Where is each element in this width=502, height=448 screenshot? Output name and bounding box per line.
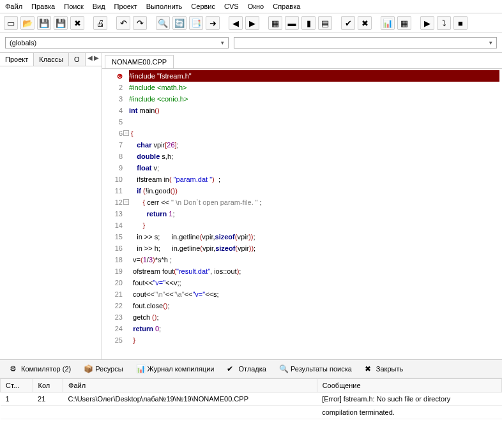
folder-open-button[interactable]: 📂 xyxy=(20,16,34,30)
cell: 1 xyxy=(1,392,33,406)
side-tab[interactable]: Классы xyxy=(34,53,69,66)
column-header[interactable]: Ст... xyxy=(1,379,33,392)
menu-item[interactable]: Вид xyxy=(93,3,105,10)
code-lines[interactable]: #include "fstream.h"#include <math.h>#in… xyxy=(126,69,502,359)
code-line[interactable]: } xyxy=(129,220,499,231)
menu-item[interactable]: Выполнить xyxy=(146,3,182,10)
grid-button[interactable]: ▦ xyxy=(397,16,411,30)
symbol-combo[interactable]: ▾ xyxy=(234,37,497,49)
line-number: 23 xyxy=(103,311,123,323)
tile-v-button[interactable]: ▮ xyxy=(301,16,316,30)
cascade-button[interactable]: ▤ xyxy=(318,16,332,30)
table-row[interactable]: 121C:\Users\Олег\Desktop\лаба№19\№19\NON… xyxy=(1,392,502,406)
bottom-tab[interactable]: 🔍Результаты поиска xyxy=(273,362,358,375)
code-line[interactable]: { cerr << " \n Don`t open param-file. " … xyxy=(129,197,499,208)
replace-button[interactable]: 🔄 xyxy=(172,16,186,30)
tab-icon: 🔍 xyxy=(279,364,288,373)
code-line[interactable]: char vpir[26]; xyxy=(129,139,499,151)
code-line[interactable]: fout.close(); xyxy=(129,300,499,311)
side-nav-arrows[interactable]: ◀ ▶ xyxy=(86,53,102,66)
code-line[interactable]: getch (); xyxy=(129,311,499,323)
find-in-files-button[interactable]: 📑 xyxy=(189,16,203,30)
main-area: ПроектКлассыО◀ ▶ NONAME00.CPP ⊗23456−789… xyxy=(0,53,502,359)
side-tab[interactable]: Проект xyxy=(0,53,34,66)
bottom-tab[interactable]: ⚙Компилятор (2) xyxy=(4,362,77,375)
code-line[interactable]: } xyxy=(129,334,499,346)
tab-label: Журнал компиляции xyxy=(148,365,215,373)
menu-item[interactable]: Файл xyxy=(5,3,22,10)
code-line[interactable]: #include "fstream.h" xyxy=(129,70,499,82)
step-button[interactable]: ⤵ xyxy=(437,16,451,30)
file-new-button[interactable]: ▭ xyxy=(4,16,18,30)
line-number: 21 xyxy=(103,288,123,300)
line-number: 25 xyxy=(103,334,123,346)
scope-combo[interactable]: (globals) ▾ xyxy=(5,37,229,49)
tab-label: Компилятор (2) xyxy=(21,365,71,373)
code-line[interactable]: float v; xyxy=(129,162,499,174)
menu-item[interactable]: CVS xyxy=(224,3,239,10)
line-number: 11 xyxy=(103,185,123,197)
check-button[interactable]: ✔ xyxy=(341,16,355,30)
column-header[interactable]: Сообщение xyxy=(317,379,501,392)
line-number: 19 xyxy=(103,265,123,277)
tab-label: Ресурсы xyxy=(95,365,123,373)
combo-row: (globals) ▾ ▾ xyxy=(0,33,502,53)
menu-item[interactable]: Правка xyxy=(31,3,55,10)
bottom-tab[interactable]: 📦Ресурсы xyxy=(78,362,128,375)
undo-button[interactable]: ↶ xyxy=(116,16,130,30)
column-header[interactable]: Кол xyxy=(33,379,63,392)
menu-item[interactable]: Справка xyxy=(273,3,300,10)
line-number: 22 xyxy=(103,300,123,311)
code-line[interactable]: ifstream in( "param.dat ") ; xyxy=(129,174,499,185)
cell xyxy=(1,406,33,419)
save-button[interactable]: 💾 xyxy=(37,16,51,30)
menu-item[interactable]: Проект xyxy=(114,3,137,10)
line-number: 9 xyxy=(103,162,123,174)
print-button[interactable]: 🖨 xyxy=(93,16,107,30)
chart-button[interactable]: 📊 xyxy=(381,16,395,30)
goto-button[interactable]: ➜ xyxy=(206,16,220,30)
code-line[interactable]: { xyxy=(129,128,499,139)
redo-button[interactable]: ↷ xyxy=(133,16,147,30)
save-all-button[interactable]: 💾 xyxy=(54,16,68,30)
tile-h-button[interactable]: ▬ xyxy=(285,16,299,30)
code-line[interactable]: return 0; xyxy=(129,323,499,334)
code-line[interactable]: return 1; xyxy=(129,208,499,220)
code-area[interactable]: ⊗23456−789101112−13141516181920212223242… xyxy=(102,69,502,359)
stop-button[interactable]: ■ xyxy=(453,16,468,30)
code-line[interactable]: fout<<"v="<<v;; xyxy=(129,277,499,288)
code-line[interactable] xyxy=(129,116,499,128)
close-button[interactable]: ✖ xyxy=(70,16,84,30)
menu-item[interactable]: Сервис xyxy=(191,3,215,10)
tab-label: Результаты поиска xyxy=(291,365,352,373)
tab-icon: ✖ xyxy=(365,364,374,373)
tab-label: Отладка xyxy=(238,365,266,373)
code-line[interactable]: double s,h; xyxy=(129,151,499,162)
file-tab[interactable]: NONAME00.CPP xyxy=(105,55,174,68)
menu-item[interactable]: Поиск xyxy=(64,3,83,10)
side-tab[interactable]: О xyxy=(69,53,86,66)
bottom-tab[interactable]: 📊Журнал компиляции xyxy=(130,362,220,375)
code-line[interactable]: #include <conio.h> xyxy=(129,93,499,105)
code-line[interactable]: ofstream fout("result.dat", ios::out); xyxy=(129,265,499,277)
forward-button[interactable]: ▶ xyxy=(245,16,259,30)
column-header[interactable]: Файл xyxy=(63,379,317,392)
code-line[interactable]: in >> s; in.getline(vpir,sizeof(vpir)); xyxy=(129,231,499,243)
code-line[interactable]: if (!in.good()) xyxy=(129,185,499,197)
table-row[interactable]: compilation terminated. xyxy=(1,406,502,419)
code-line[interactable]: #include <math.h> xyxy=(129,82,499,93)
code-line[interactable]: in >> h; in.getline(vpir,sizeof(vpir)); xyxy=(129,243,499,254)
code-line[interactable]: cout<<"\n"<<"\a"<<"v="<<s; xyxy=(129,288,499,300)
menu-item[interactable]: Окно xyxy=(248,3,264,10)
cancel-button[interactable]: ✖ xyxy=(358,16,372,30)
code-line[interactable]: v=(1/3)*s*h ; xyxy=(129,254,499,265)
code-line[interactable]: int main() xyxy=(129,105,499,116)
windows-button[interactable]: ▦ xyxy=(268,16,282,30)
tab-label: Закрыть xyxy=(376,365,403,373)
back-button[interactable]: ◀ xyxy=(229,16,243,30)
run-button[interactable]: ▶ xyxy=(420,16,434,30)
bottom-tab[interactable]: ✖Закрыть xyxy=(359,362,409,375)
bottom-tab[interactable]: ✔Отладка xyxy=(221,362,271,375)
find-button[interactable]: 🔍 xyxy=(156,16,170,30)
chevron-down-icon: ▾ xyxy=(489,40,492,46)
